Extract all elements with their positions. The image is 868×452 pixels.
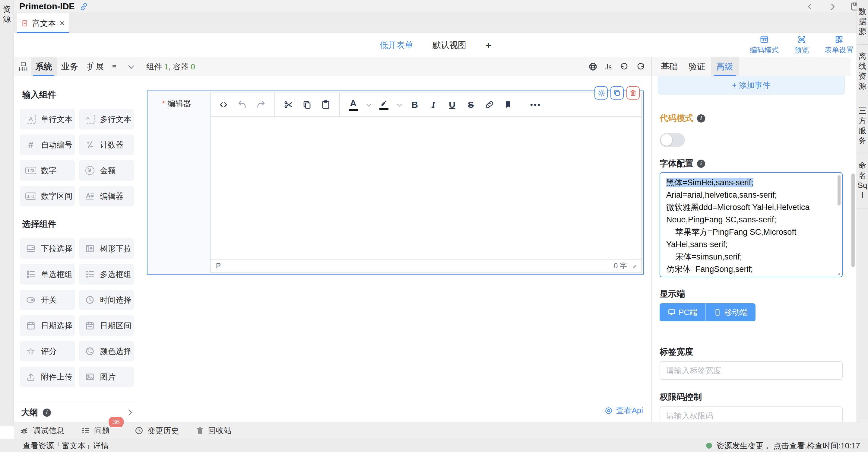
rich-text-content-area[interactable] bbox=[211, 117, 642, 259]
link-icon[interactable] bbox=[80, 2, 88, 11]
palette-item-image[interactable]: 图片 bbox=[79, 367, 134, 387]
change-history-button[interactable]: 变更历史 bbox=[134, 425, 179, 436]
palette-tab-business[interactable]: 业务 bbox=[57, 57, 83, 76]
highlight-chevron-icon[interactable] bbox=[393, 93, 405, 117]
palette-item-editor[interactable]: 编辑器 bbox=[79, 186, 134, 206]
textarea-resize-icon[interactable] bbox=[837, 271, 841, 275]
palette-item-color-picker[interactable]: 颜色选择 bbox=[79, 341, 134, 361]
bold-button[interactable]: B bbox=[405, 93, 424, 117]
form-canvas[interactable]: *编辑器 A B I U bbox=[140, 76, 651, 422]
tab-default-view[interactable]: 默认视图 bbox=[433, 39, 466, 51]
inspector-tab-validation[interactable]: 验证 bbox=[683, 57, 711, 76]
component-duplicate-icon[interactable] bbox=[611, 86, 624, 99]
palette-tab-extension[interactable]: 扩展 bbox=[83, 57, 108, 76]
palette-item-currency[interactable]: ¥ 金额 bbox=[79, 160, 134, 181]
component-settings-gear-icon[interactable] bbox=[594, 86, 608, 99]
palette-item-time-picker[interactable]: 时间选择 bbox=[79, 290, 134, 310]
upload-icon bbox=[25, 372, 37, 382]
palette-item-dropdown[interactable]: 下拉选择 bbox=[20, 238, 75, 259]
status-right[interactable]: 资源发生变更， 点击查看,检查时间:10:17 bbox=[706, 441, 860, 451]
inspector-tab-advanced[interactable]: 高级 bbox=[711, 57, 739, 76]
inspector-scrollbar-thumb[interactable] bbox=[851, 174, 855, 267]
dock-tab-third-party-services[interactable]: 三方服务 bbox=[857, 99, 868, 154]
components-grid-icon[interactable]: 品 bbox=[19, 61, 28, 73]
component-action-overlay bbox=[594, 86, 640, 99]
textarea-scrollbar-thumb[interactable] bbox=[838, 175, 841, 206]
palette-item-number[interactable]: 123 数字 bbox=[20, 160, 75, 181]
palette-item-rating[interactable]: ☆ 评分 bbox=[20, 341, 75, 361]
resources-dock-tab[interactable]: 资源 bbox=[0, 4, 13, 24]
strikethrough-button[interactable]: S bbox=[461, 93, 480, 117]
view-bar: 低开表单 默认视图 + 编码模式 预览 表单设置 bbox=[14, 33, 868, 57]
palette-item-tree-select[interactable]: 树形下拉 bbox=[79, 238, 134, 259]
redo-icon[interactable] bbox=[637, 62, 645, 71]
bookmark-icon[interactable] bbox=[499, 93, 518, 117]
counter-icon bbox=[84, 140, 96, 150]
palette-item-switch[interactable]: 开关 bbox=[20, 290, 75, 310]
switch-icon bbox=[25, 295, 37, 305]
close-tab-icon[interactable]: × bbox=[59, 19, 65, 28]
component-delete-trash-icon[interactable] bbox=[626, 86, 640, 99]
editor-undo-icon[interactable] bbox=[233, 93, 251, 117]
palette-list-icon[interactable]: ≡ bbox=[112, 62, 116, 71]
palette-item-number-range[interactable]: 1~3 数字区间 bbox=[20, 186, 75, 206]
nav-forward-icon[interactable] bbox=[828, 2, 837, 11]
mobile-side-button[interactable]: 移动端 bbox=[706, 303, 755, 321]
highlight-button[interactable] bbox=[375, 93, 393, 117]
font-color-button[interactable]: A bbox=[344, 93, 363, 117]
palette-item-upload[interactable]: 附件上传 bbox=[20, 367, 75, 387]
palette-item-date-picker[interactable]: 日期选择 bbox=[20, 315, 75, 336]
paste-icon[interactable] bbox=[316, 93, 335, 117]
add-event-button[interactable]: + 添加事件 bbox=[658, 76, 844, 94]
nav-back-icon[interactable] bbox=[806, 2, 815, 11]
palette-item-auto-number[interactable]: # 自动编号 bbox=[20, 134, 75, 155]
font-color-chevron-icon[interactable] bbox=[363, 93, 375, 117]
more-options-icon[interactable]: ••• bbox=[526, 93, 545, 117]
tab-richtext[interactable]: 富文本 × bbox=[17, 13, 69, 33]
palette-item-multi-line-text[interactable]: A 多行文本 bbox=[79, 109, 134, 129]
view-tabs: 低开表单 默认视图 + bbox=[379, 33, 492, 57]
resize-handle-icon[interactable] bbox=[631, 264, 636, 268]
cut-icon[interactable] bbox=[279, 93, 298, 117]
tab-lowcode-form[interactable]: 低开表单 bbox=[379, 39, 413, 51]
font-config-textarea[interactable]: 黑体=SimHei,sans-serif; Arial=arial,helvet… bbox=[660, 172, 843, 277]
palette-item-counter[interactable]: 计数器 bbox=[79, 134, 134, 155]
recycle-bin-button[interactable]: 回收站 bbox=[196, 425, 231, 436]
palette-item-radio-group[interactable]: 单选框组 bbox=[20, 264, 75, 284]
palette-tab-system[interactable]: 系统 bbox=[31, 57, 57, 76]
editor-redo-icon[interactable] bbox=[251, 93, 270, 117]
dock-tab-offline-resources[interactable]: 离线资源 bbox=[857, 44, 868, 99]
add-view-button[interactable]: + bbox=[486, 39, 492, 51]
copy-icon[interactable] bbox=[298, 93, 316, 117]
pc-side-button[interactable]: PC端 bbox=[660, 303, 706, 321]
palette-item-checkbox-group[interactable]: 多选框组 bbox=[79, 264, 134, 284]
code-mode-setting-label: 代码模式 i bbox=[660, 113, 843, 124]
code-mode-toggle[interactable] bbox=[660, 133, 685, 147]
underline-button[interactable]: U bbox=[443, 93, 461, 117]
inspector-tab-basic[interactable]: 基础 bbox=[655, 57, 683, 76]
code-mode-button[interactable]: 编码模式 bbox=[750, 35, 779, 55]
permission-code-input[interactable] bbox=[660, 406, 843, 422]
preview-button[interactable]: 预览 bbox=[795, 35, 809, 55]
insert-link-icon[interactable] bbox=[480, 93, 499, 117]
palette-item-single-line-text[interactable]: A 单行文本 bbox=[20, 109, 75, 129]
chevron-down-icon[interactable] bbox=[128, 63, 134, 69]
source-code-icon[interactable] bbox=[214, 93, 233, 117]
chevron-right-icon[interactable] bbox=[126, 410, 132, 416]
dock-tab-named-sql[interactable]: 命名Sql bbox=[857, 154, 868, 209]
selected-editor-component[interactable]: *编辑器 A B I U bbox=[147, 91, 644, 275]
label-width-input[interactable] bbox=[660, 361, 843, 380]
undo-icon[interactable] bbox=[619, 62, 628, 71]
view-api-link[interactable]: 查看Api bbox=[604, 405, 643, 416]
globe-icon[interactable] bbox=[588, 62, 597, 71]
outline-info-icon[interactable]: i bbox=[43, 409, 51, 417]
font-config-info-icon[interactable]: i bbox=[697, 160, 705, 168]
js-icon[interactable]: Js bbox=[605, 62, 612, 71]
form-settings-button[interactable]: 表单设置 bbox=[825, 35, 854, 55]
issues-button[interactable]: 问题 36 bbox=[81, 425, 110, 436]
debug-info-button[interactable]: 调试信息 bbox=[20, 425, 64, 436]
palette-item-date-range[interactable]: 日期区间 bbox=[79, 315, 134, 336]
italic-button[interactable]: I bbox=[424, 93, 443, 117]
dock-tab-datasource[interactable]: 数据源 bbox=[857, 0, 868, 44]
code-mode-info-icon[interactable]: i bbox=[697, 114, 705, 122]
